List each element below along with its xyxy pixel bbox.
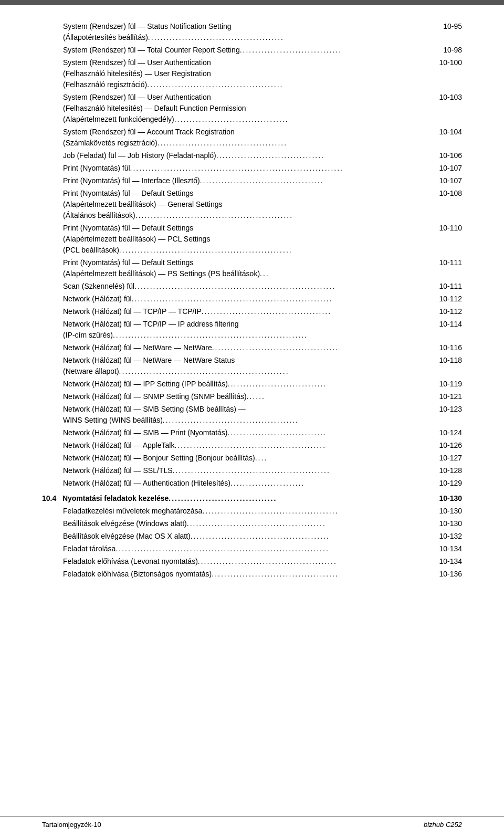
toc-entry-22: Network (Hálózat) fül — AppleTalk.......… xyxy=(42,440,462,451)
toc-entry-28: Beállítások elvégzése (Mac OS X alatt)..… xyxy=(42,531,462,542)
entry-text-7: Print (Nyomtatás) fül...................… xyxy=(63,163,439,174)
toc-entry-3: System (Rendszer) fül — User Authenticat… xyxy=(42,57,462,90)
entry-page-6: 10-106 xyxy=(439,150,462,161)
toc-entry-12: Scan (Szkennelés) fül...................… xyxy=(42,281,462,292)
toc-entry-29: Feladat tárolása........................… xyxy=(42,543,462,554)
entry-text-15: Network (Hálózat) fül — TCP/IP — IP addr… xyxy=(63,319,439,341)
toc-entry-11: Print (Nyomtatás) fül — Default Settings… xyxy=(42,257,462,279)
entry-text-12: Scan (Szkennelés) fül...................… xyxy=(63,281,439,292)
toc-entry-7: Print (Nyomtatás) fül...................… xyxy=(42,163,462,174)
entry-page-30: 10-134 xyxy=(439,556,462,567)
entry-page-7: 10-107 xyxy=(439,163,462,174)
entry-text-5: System (Rendszer) fül — Account Track Re… xyxy=(63,127,439,149)
entry-page-15: 10-114 xyxy=(439,319,462,330)
entry-page-31: 10-136 xyxy=(439,569,462,580)
entry-page-4: 10-103 xyxy=(439,92,462,103)
toc-entry-27: Beállítások elvégzése (Windows alatt)...… xyxy=(42,518,462,529)
entry-text-14: Network (Hálózat) fül — TCP/IP — TCP/IP.… xyxy=(63,306,439,317)
entry-text-26: Feladatkezelési műveletek meghatározása.… xyxy=(63,506,439,517)
entry-text-3: System (Rendszer) fül — User Authenticat… xyxy=(63,57,439,90)
toc-entry-31: Feladatok előhívása (Biztonságos nyomtat… xyxy=(42,569,462,580)
toc-entry-30: Feladatok előhívása (Levonat nyomtatás).… xyxy=(42,556,462,567)
toc-entry-6: Job (Feladat) fül — Job History (Feladat… xyxy=(42,150,462,161)
toc-entry-26: Feladatkezelési műveletek meghatározása.… xyxy=(42,506,462,517)
entry-text-8: Print (Nyomtatás) fül — Interface (Illes… xyxy=(63,175,439,186)
entry-text-22: Network (Hálózat) fül — AppleTalk.......… xyxy=(63,440,439,451)
entry-text-6: Job (Feladat) fül — Job History (Feladat… xyxy=(63,150,439,161)
entry-page-20: 10-123 xyxy=(439,404,462,415)
entry-text-18: Network (Hálózat) fül — IPP Setting (IPP… xyxy=(63,379,439,390)
entry-text-17: Network (Hálózat) fül — NetWare — NetWar… xyxy=(63,355,439,377)
entry-text-24: Network (Hálózat) fül — SSL/TLS.........… xyxy=(63,465,439,476)
entry-text-23: Network (Hálózat) fül — Bonjour Setting … xyxy=(63,453,439,464)
entry-page-8: 10-107 xyxy=(439,175,462,186)
entry-page-17: 10-118 xyxy=(439,355,462,366)
entry-text-21: Network (Hálózat) fül — SMB — Print (Nyo… xyxy=(63,427,439,438)
entry-page-9: 10-108 xyxy=(439,188,462,199)
toc-entry-5: System (Rendszer) fül — Account Track Re… xyxy=(42,127,462,149)
entry-text-28: Beállítások elvégzése (Mac OS X alatt)..… xyxy=(63,531,439,542)
entry-text-30: Feladatok előhívása (Levonat nyomtatás).… xyxy=(63,556,439,567)
page-container: System (Rendszer) fül — Status Notificat… xyxy=(0,0,504,839)
entry-page-16: 10-116 xyxy=(439,342,462,353)
entry-page-2: 10-98 xyxy=(443,45,462,56)
entry-text-11: Print (Nyomtatás) fül — Default Settings… xyxy=(63,257,439,279)
footer-right: bizhub C252 xyxy=(424,821,462,828)
toc-entry-24: Network (Hálózat) fül — SSL/TLS.........… xyxy=(42,465,462,476)
toc-entry-1: System (Rendszer) fül — Status Notificat… xyxy=(42,21,462,43)
toc-entry-13: Network (Hálózat) fül...................… xyxy=(42,293,462,305)
toc-entry-4: System (Rendszer) fül — User Authenticat… xyxy=(42,92,462,125)
entry-text-20: Network (Hálózat) fül — SMB Setting (SMB… xyxy=(63,404,439,426)
footer: Tartalomjegyzék-10 bizhub C252 xyxy=(0,816,504,828)
entry-page-22: 10-126 xyxy=(439,440,462,451)
entry-text-31: Feladatok előhívása (Biztonságos nyomtat… xyxy=(63,569,439,580)
toc-entry-14: Network (Hálózat) fül — TCP/IP — TCP/IP.… xyxy=(42,306,462,317)
entry-page-18: 10-119 xyxy=(439,379,462,390)
section-104-number: 10.4 xyxy=(42,494,56,502)
entry-page-27: 10-130 xyxy=(439,518,462,529)
toc-entry-2: System (Rendszer) fül — Total Counter Re… xyxy=(42,45,462,56)
entry-page-5: 10-104 xyxy=(439,127,462,138)
entry-page-1: 10-95 xyxy=(443,21,462,32)
toc-entry-20: Network (Hálózat) fül — SMB Setting (SMB… xyxy=(42,404,462,426)
toc-entry-18: Network (Hálózat) fül — IPP Setting (IPP… xyxy=(42,379,462,390)
toc-entry-8: Print (Nyomtatás) fül — Interface (Illes… xyxy=(42,175,462,186)
toc-entry-19: Network (Hálózat) fül — SNMP Setting (SN… xyxy=(42,391,462,402)
entry-text-1: System (Rendszer) fül — Status Notificat… xyxy=(63,21,443,43)
entry-page-13: 10-112 xyxy=(439,293,462,305)
entry-text-9: Print (Nyomtatás) fül — Default Settings… xyxy=(63,188,439,221)
toc-entry-10: Print (Nyomtatás) fül — Default Settings… xyxy=(42,223,462,256)
entry-text-29: Feladat tárolása........................… xyxy=(63,543,439,554)
entry-text-4: System (Rendszer) fül — User Authenticat… xyxy=(63,92,439,125)
entry-text-16: Network (Hálózat) fül — NetWare — NetWar… xyxy=(63,342,439,353)
entry-text-10: Print (Nyomtatás) fül — Default Settings… xyxy=(63,223,439,256)
content-area: System (Rendszer) fül — Status Notificat… xyxy=(0,5,504,839)
toc-entry-9: Print (Nyomtatás) fül — Default Settings… xyxy=(42,188,462,221)
top-bar xyxy=(0,0,504,5)
entry-text-27: Beállítások elvégzése (Windows alatt)...… xyxy=(63,518,439,529)
toc-entry-25: Network (Hálózat) fül — Authentication (… xyxy=(42,478,462,489)
section-104-title: 10.4 Nyomtatási feladatok kezelése......… xyxy=(42,493,439,504)
footer-left: Tartalomjegyzék-10 xyxy=(42,821,101,828)
entry-page-19: 10-121 xyxy=(439,391,462,402)
entry-page-3: 10-100 xyxy=(439,57,462,68)
section-104-page: 10-130 xyxy=(439,493,462,504)
toc-entry-16: Network (Hálózat) fül — NetWare — NetWar… xyxy=(42,342,462,353)
entry-page-28: 10-132 xyxy=(439,531,462,542)
toc-entry-23: Network (Hálózat) fül — Bonjour Setting … xyxy=(42,453,462,464)
entry-page-11: 10-111 xyxy=(439,257,462,268)
entry-page-29: 10-134 xyxy=(439,543,462,554)
entry-page-24: 10-128 xyxy=(439,465,462,476)
entry-text-19: Network (Hálózat) fül — SNMP Setting (SN… xyxy=(63,391,439,402)
toc-entry-17: Network (Hálózat) fül — NetWare — NetWar… xyxy=(42,355,462,377)
toc-entry-21: Network (Hálózat) fül — SMB — Print (Nyo… xyxy=(42,427,462,438)
entry-page-10: 10-110 xyxy=(439,223,462,234)
entry-page-26: 10-130 xyxy=(439,506,462,517)
entry-page-25: 10-129 xyxy=(439,478,462,489)
entry-page-12: 10-111 xyxy=(439,281,462,292)
entry-text-25: Network (Hálózat) fül — Authentication (… xyxy=(63,478,439,489)
entry-page-21: 10-124 xyxy=(439,427,462,438)
entry-text-2: System (Rendszer) fül — Total Counter Re… xyxy=(63,45,443,56)
entry-text-13: Network (Hálózat) fül...................… xyxy=(63,293,439,305)
entry-page-14: 10-112 xyxy=(439,306,462,317)
